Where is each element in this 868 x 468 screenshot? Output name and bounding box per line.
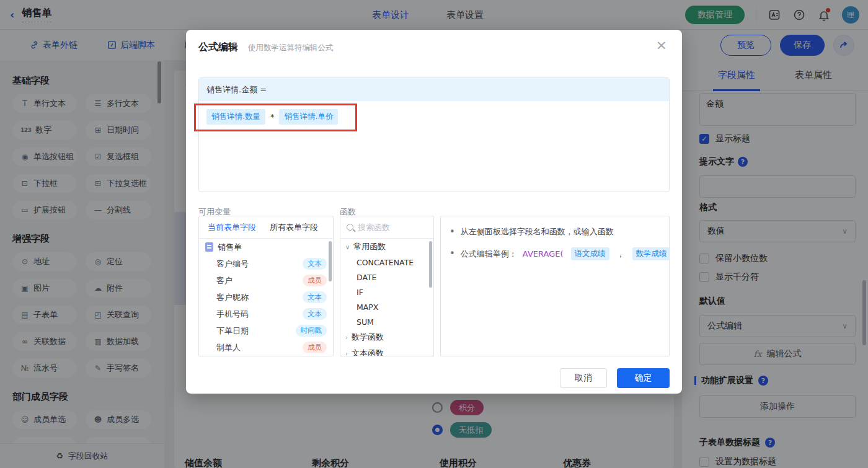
variables-panel: 当前表单字段 所有表单字段 销售单 客户编号 文本 客户 成员 客户昵称 文本 … [198,216,334,356]
type-badge: 成员 [303,275,327,286]
type-badge: 文本 [303,291,327,303]
hint-line-2: • 公式编辑举例：AVERAGE(语文成绩，数学成绩) [450,247,660,260]
variable-row-customer-nickname[interactable]: 客户昵称 文本 [199,289,333,306]
function-group-common[interactable]: ∨ 常用函数 [340,239,433,255]
function-group-text[interactable]: › 文本函数 [340,345,433,356]
variable-row-phone[interactable]: 手机号码 文本 [199,306,333,322]
formula-edit-modal: 公式编辑 使用数学运算符编辑公式 × 销售详情.金额 = 销售详情.数量 * 销… [186,30,682,394]
formula-editor-box: 销售详情.金额 = 销售详情.数量 * 销售详情.单价 [198,77,670,192]
function-item-date[interactable]: DATE [340,270,433,285]
variable-row-customer[interactable]: 客户 成员 [199,272,333,289]
close-icon[interactable]: × [656,38,667,52]
function-item-mapx[interactable]: MAPX [340,299,433,314]
variable-row-order-creator[interactable]: 制单人 成员 [199,339,333,356]
type-badge: 文本 [303,258,327,270]
function-group-math[interactable]: › 数学函数 [340,329,433,345]
variables-scrollbar[interactable] [329,241,332,281]
example-field-chip: 数学成绩 [632,247,670,260]
chevron-right-icon: › [345,334,348,341]
search-icon [347,224,353,231]
functions-panel: ∨ 常用函数 CONCATENATE DATE IF MAPX SUM › 数学… [340,216,434,356]
confirm-button[interactable]: 确定 [617,368,670,388]
tree-root-sales-order[interactable]: 销售单 [199,239,333,255]
hints-panel: • 从左侧面板选择字段名和函数，或输入函数 • 公式编辑举例：AVERAGE(语… [440,216,670,356]
type-badge: 时间戳 [296,325,327,337]
function-item-sum[interactable]: SUM [340,314,433,329]
variable-row-order-date[interactable]: 下单日期 时间戳 [199,322,333,339]
function-item-if[interactable]: IF [340,285,433,299]
formula-token-unit-price[interactable]: 销售详情.单价 [279,109,338,125]
type-badge: 文本 [303,308,327,320]
function-search [340,216,433,239]
functions-scrollbar[interactable] [429,241,432,288]
formula-target: 销售详情.金额 = [199,78,669,101]
variable-row-customer-no[interactable]: 客户编号 文本 [199,255,333,272]
function-item-concatenate[interactable]: CONCATENATE [340,255,433,270]
function-search-input[interactable] [358,223,420,232]
cancel-button[interactable]: 取消 [560,368,607,388]
document-icon [205,242,213,252]
formula-token-quantity[interactable]: 销售详情.数量 [206,109,265,125]
example-field-chip: 语文成绩 [571,247,609,260]
variables-tabs: 当前表单字段 所有表单字段 [199,216,333,239]
modal-subtitle: 使用数学运算符编辑公式 [248,43,334,53]
chevron-right-icon: › [345,350,348,357]
hint-line-1: • 从左侧面板选择字段名和函数，或输入函数 [450,226,660,237]
modal-header: 公式编辑 使用数学运算符编辑公式 [198,41,334,54]
tab-all-form-fields[interactable]: 所有表单字段 [270,222,318,233]
chevron-down-icon: ∨ [345,244,350,250]
tab-current-form-fields[interactable]: 当前表单字段 [208,222,256,233]
example-function-name: AVERAGE( [523,249,564,258]
modal-title: 公式编辑 [198,41,238,54]
formula-operator: * [270,112,275,121]
app-root: ‹ 销售单 表单设计 表单设置 数据管理 [0,0,868,468]
formula-expression-editor[interactable]: 销售详情.数量 * 销售详情.单价 [199,101,669,133]
type-badge: 成员 [303,342,327,353]
